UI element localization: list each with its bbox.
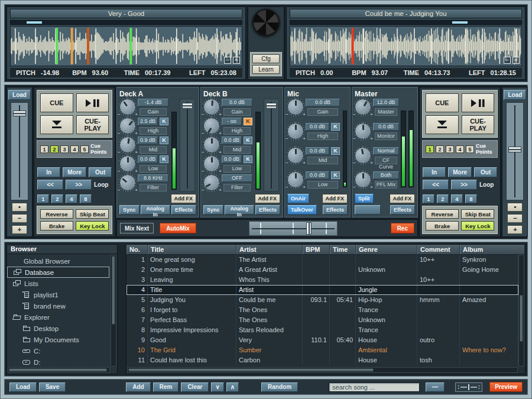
filter-value[interactable]: 8.6 KHz (138, 174, 168, 182)
cue-point-1-button[interactable]: 1 (426, 145, 434, 153)
cf-curve-value[interactable]: Normal (373, 147, 399, 155)
gain-label[interactable]: Gain (140, 108, 167, 116)
low-label[interactable]: Low (140, 165, 167, 173)
table-row[interactable]: 9GoodVery110.105:40Houseoutro (126, 335, 518, 345)
column-header-title[interactable]: Title (148, 245, 236, 254)
table-row[interactable]: 6I forget toThe OnesTrance (126, 305, 518, 315)
loop-back-button[interactable]: << (37, 180, 63, 190)
filter-label[interactable]: Filter (223, 184, 251, 192)
channel-fader[interactable] (264, 99, 279, 192)
move-up-button[interactable]: ∧ (226, 382, 239, 392)
mid-knob[interactable]: −+ (203, 137, 220, 153)
high-label[interactable]: High (307, 132, 338, 140)
preview-volume-slider[interactable]: : : (455, 382, 482, 392)
load-button[interactable]: Load (8, 90, 31, 100)
table-hscrollbar[interactable] (127, 367, 518, 373)
mid-kill-button[interactable]: K (331, 147, 340, 155)
loop-out-button[interactable]: Out (89, 167, 112, 177)
tree-item-c[interactable]: C: (7, 345, 109, 356)
tree-item-d[interactable]: D: (7, 356, 109, 367)
pfl-mix-knob[interactable]: −+ (355, 171, 371, 188)
high-knob[interactable]: −+ (203, 118, 220, 134)
add-fx-button[interactable]: Add FX (390, 194, 416, 203)
zoom-out-button[interactable]: − (504, 57, 511, 64)
table-row[interactable]: 4TitleArtistJungle (126, 285, 518, 295)
sync-button[interactable]: Sync (203, 205, 223, 215)
clear-button[interactable]: Clear (181, 382, 209, 392)
gain-knob[interactable]: −+ (119, 99, 136, 115)
cue-point-5-button[interactable]: 5 (466, 145, 474, 153)
cue-point-3-button[interactable]: 3 (60, 145, 69, 153)
pitch-bend-minus-button[interactable]: − (507, 214, 523, 223)
add-fx-button[interactable]: Add FX (255, 194, 281, 203)
loop-forward-button[interactable]: >> (66, 180, 92, 190)
low-knob[interactable]: −+ (287, 171, 304, 188)
loop-length-4-button[interactable]: 4 (451, 194, 463, 203)
low-kill-button[interactable]: K (160, 155, 168, 163)
monitor-value[interactable]: 0.0 dB (373, 123, 399, 131)
track-progress-bar[interactable] (290, 20, 522, 25)
brake-button[interactable]: Brake (40, 221, 73, 231)
move-down-button[interactable]: ∨ (211, 382, 223, 392)
analog-in-button[interactable]: Analog In (141, 205, 170, 215)
tree-item-explorer[interactable]: Explorer (7, 312, 109, 323)
mix-next-button[interactable]: Mix Next (120, 223, 154, 233)
pfl-mix-label[interactable]: PFL Mix (375, 181, 397, 189)
mid-label[interactable]: Mid (140, 146, 167, 154)
gain-label[interactable]: Gain (307, 108, 338, 116)
cue-point-2-button[interactable]: 2 (436, 145, 444, 153)
slider-handle[interactable] (468, 384, 469, 390)
loop-more-button[interactable]: More (63, 167, 86, 177)
cue-point-2-button[interactable]: 2 (50, 145, 59, 153)
cue-set-button[interactable] (426, 115, 459, 134)
column-header-genre[interactable]: Genre (356, 245, 417, 254)
play-pause-button[interactable] (76, 93, 109, 112)
add-fx-button[interactable]: Add FX (322, 194, 348, 203)
pitch-slider-handle[interactable] (13, 111, 26, 116)
mid-knob[interactable]: −+ (287, 147, 304, 164)
learn-button[interactable]: Learn (252, 65, 280, 74)
high-value[interactable]: 0.0 dB (306, 123, 329, 131)
split-button[interactable]: Split (355, 194, 374, 203)
low-value[interactable]: 0.0 dB (138, 155, 158, 163)
low-value[interactable]: 0.0 dB (222, 155, 242, 163)
mid-label[interactable]: Mid (307, 157, 338, 164)
low-value[interactable]: 0.0 dB (306, 171, 329, 179)
column-header-comment[interactable]: Comment (417, 245, 460, 254)
play-pause-button[interactable] (462, 93, 495, 112)
loop-out-button[interactable]: Out (474, 167, 497, 177)
master-knob[interactable]: −+ (355, 99, 371, 115)
fader-handle[interactable] (182, 103, 193, 109)
cue-set-button[interactable] (40, 115, 73, 134)
mid-value[interactable]: 0.0 dB (222, 137, 242, 144)
browser-vscrollbar[interactable] (111, 255, 116, 366)
gain-label[interactable]: Gain (223, 108, 251, 116)
high-label[interactable]: High (140, 127, 167, 135)
filter-knob[interactable]: −+ (119, 174, 136, 191)
mid-value[interactable]: 0.9 dB (138, 137, 158, 144)
table-row[interactable]: 1One great songThe Artist10++Synkron (126, 255, 518, 265)
high-value[interactable]: 2.5 dB (138, 118, 158, 125)
loop-length-1-button[interactable]: 1 (37, 194, 49, 203)
table-vscrollbar[interactable] (518, 255, 524, 366)
zoom-in-button[interactable]: + (233, 57, 240, 64)
scrollbar-thumb[interactable] (9, 368, 107, 372)
mid-value[interactable]: 0.0 dB (306, 147, 329, 155)
tree-item-playlist1[interactable]: playlist1 (7, 289, 109, 300)
gain-knob[interactable]: −+ (287, 99, 304, 115)
crossfader-handle[interactable] (306, 222, 312, 235)
add-button[interactable]: Add (126, 382, 150, 392)
cue-play-button[interactable]: CUE-PLAY (462, 115, 495, 134)
low-kill-button[interactable]: K (331, 171, 340, 179)
skip-beat-button[interactable]: Skip Beat (76, 209, 109, 219)
pitch-bend-plus-button[interactable]: + (12, 225, 27, 234)
filter-knob[interactable]: −+ (203, 174, 220, 191)
tree-item-my-documents[interactable]: My Documents (7, 334, 109, 345)
effects-button[interactable]: Effects (255, 205, 280, 215)
scrollbar-thumb[interactable] (520, 295, 523, 342)
pitch-slider[interactable] (506, 102, 524, 200)
column-header-time[interactable]: Time (330, 245, 356, 254)
table-row[interactable]: 2One more timeA Great ArtistUnknownGoing… (126, 265, 518, 275)
high-label[interactable]: High (223, 127, 251, 135)
low-label[interactable]: Low (223, 165, 251, 173)
